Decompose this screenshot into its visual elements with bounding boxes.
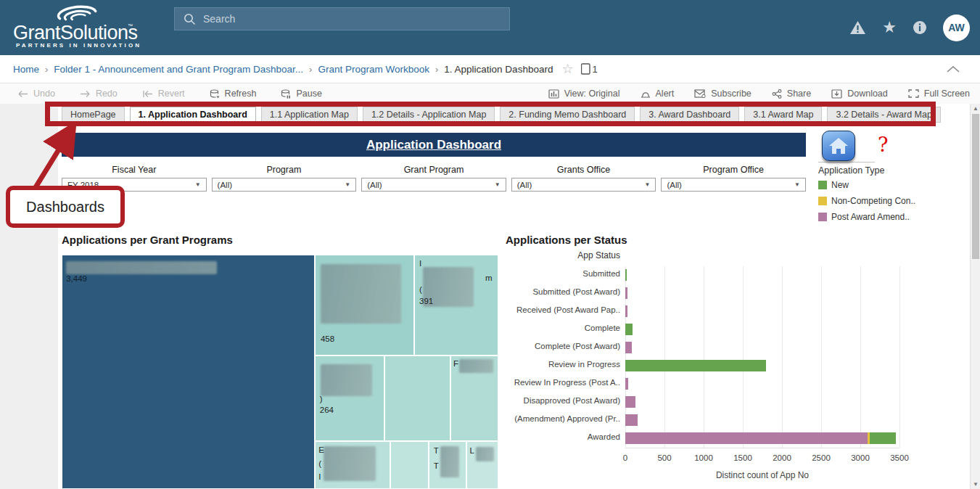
treemap-block-5[interactable]: F — [450, 356, 498, 441]
tab-application-map[interactable]: 1.1 Application Map — [261, 107, 358, 123]
full-screen-button[interactable]: Full Screen — [908, 89, 970, 99]
tab-funding-memo-dashboard[interactable]: 2. Funding Memo Dashboard — [500, 107, 635, 123]
pause-button[interactable]: Pause — [281, 89, 321, 99]
view-original-button[interactable]: View: Original — [548, 89, 620, 99]
bar-row-label: Review In Progress (Post A.. — [506, 378, 620, 387]
redacted-label-smudge — [321, 364, 372, 396]
logo-swirl-icon — [55, 4, 102, 23]
scroll-up-arrow[interactable]: ▲ — [971, 105, 980, 112]
vertical-scrollbar[interactable]: ▲ ▼ — [970, 104, 980, 489]
treemap-block-7[interactable] — [390, 441, 428, 489]
dropdown-caret-icon: ▼ — [794, 181, 800, 188]
page: GrantSolutions ™ PARTNERS IN INNOVATION … — [0, 0, 980, 489]
program-dropdown[interactable]: (All) ▼ — [212, 178, 357, 192]
treemap-block-4[interactable] — [384, 356, 450, 441]
treemap-block-text: T — [434, 446, 439, 455]
gridline — [860, 266, 861, 448]
collapse-toolbar-chevron-icon[interactable] — [947, 64, 960, 75]
notifications-warning-icon[interactable] — [849, 20, 866, 35]
filter-grant-program: Grant Program (All) ▼ — [361, 165, 506, 192]
favorite-toggle-icon[interactable]: ☆ — [561, 61, 573, 77]
scroll-down-arrow[interactable]: ▼ — [971, 481, 980, 488]
redacted-label-smudge — [459, 359, 493, 373]
legend-item-new[interactable]: New — [818, 180, 913, 190]
favorites-star-icon[interactable]: ★ — [882, 20, 897, 36]
redacted-label-smudge — [321, 264, 401, 324]
scrollbar-thumb[interactable] — [972, 114, 979, 259]
subscribe-button[interactable]: Subscribe — [694, 89, 752, 99]
alert-button[interactable]: Alert — [641, 89, 675, 99]
bar-segment[interactable] — [625, 378, 628, 390]
treemap-block-text: ( — [318, 459, 321, 468]
data-badge[interactable]: 1 — [581, 63, 598, 75]
bar-segment[interactable] — [625, 287, 627, 299]
logo-text: GrantSolutions — [13, 22, 138, 44]
treemap-block-9[interactable]: L — [466, 441, 498, 489]
bar-row-label: Complete — [506, 324, 620, 332]
toolbar-left-group: Undo Redo Revert Refresh Pause — [17, 89, 322, 99]
revert-button[interactable]: Revert — [142, 89, 185, 99]
bar-row-label: Review in Progress — [506, 360, 620, 369]
bar-segment[interactable] — [625, 432, 868, 444]
filter-label: Program Office — [661, 165, 806, 175]
breadcrumb-home[interactable]: Home — [13, 64, 39, 75]
bar-segment[interactable] — [625, 360, 766, 371]
legend-item-post-award[interactable]: Post Award Amend.. — [818, 212, 913, 222]
treemap-block-6[interactable]: E(I — [315, 441, 390, 489]
bar-row-label: Complete (Post Award) — [506, 342, 620, 350]
breadcrumb-workbook[interactable]: Grant Program Workbook — [318, 64, 429, 75]
bar-segment[interactable] — [625, 414, 638, 426]
breadcrumb-separator: › — [45, 64, 48, 75]
treemap-block-2[interactable]: Im(391 — [414, 255, 498, 356]
tab-homepage[interactable]: HomePage — [62, 107, 125, 123]
program-office-dropdown[interactable]: (All) ▼ — [661, 178, 806, 192]
filter-program: Program (All) ▼ — [212, 165, 357, 192]
home-button[interactable] — [822, 131, 855, 161]
info-icon[interactable] — [913, 20, 927, 35]
bar-segment[interactable] — [625, 396, 635, 408]
tab-award-map[interactable]: 3.1 Award Map — [744, 107, 822, 123]
application-type-legend: Application Type New Non-Competing Con..… — [818, 165, 913, 228]
gridline — [743, 266, 744, 448]
legend-color-chip — [818, 197, 827, 205]
download-button[interactable]: Download — [831, 89, 888, 99]
bar-segment[interactable] — [625, 269, 627, 281]
refresh-button[interactable]: Refresh — [210, 89, 257, 99]
view-icon — [548, 89, 559, 99]
dashboard-title: Application Dashboard — [366, 138, 501, 152]
help-question-mark[interactable]: ? — [878, 133, 888, 156]
redo-button[interactable]: Redo — [80, 89, 118, 99]
search-box[interactable] — [174, 7, 510, 30]
bar-segment[interactable] — [625, 305, 627, 317]
treemap-block-0[interactable]: 3,449 — [62, 255, 315, 489]
user-avatar[interactable]: AW — [943, 15, 970, 41]
grant-program-dropdown[interactable]: (All) ▼ — [361, 178, 506, 192]
treemap-block-1[interactable]: 458 — [315, 255, 414, 356]
toolbar-right-group: View: Original Alert Subscribe Share Dow… — [548, 89, 970, 99]
bar-segment[interactable] — [870, 432, 896, 444]
x-axis-tick: 1000 — [688, 453, 720, 462]
undo-button[interactable]: Undo — [17, 89, 55, 99]
status-bar-chart: App Status Distinct count of App No Subm… — [506, 250, 941, 489]
tab-details-award-map[interactable]: 3.2 Details - Award Map — [827, 107, 940, 123]
dropdown-caret-icon: ▼ — [495, 181, 501, 188]
filter-grants-office: Grants Office (All) ▼ — [511, 165, 656, 192]
legend-divider — [818, 162, 875, 163]
treemap-block-8[interactable]: TT — [429, 441, 466, 489]
tab-details-application-map[interactable]: 1.2 Details - Application Map — [363, 107, 495, 123]
legend-item-non-competing[interactable]: Non-Competing Con.. — [818, 196, 913, 206]
redacted-label-smudge — [66, 261, 217, 274]
treemap-block-3[interactable]: )264 — [315, 356, 384, 441]
share-button[interactable]: Share — [772, 89, 811, 99]
tab-application-dashboard[interactable]: 1. Application Dashboard — [130, 107, 256, 123]
filter-program-office: Program Office (All) ▼ — [661, 165, 806, 192]
grants-office-dropdown[interactable]: (All) ▼ — [511, 178, 656, 192]
search-input[interactable] — [203, 13, 479, 25]
bar-segment[interactable] — [625, 342, 632, 353]
grantsolutions-logo[interactable]: GrantSolutions ™ PARTNERS IN INNOVATION — [13, 3, 158, 52]
bar-chart-x-axis-label: Distinct count of App No — [625, 470, 899, 480]
breadcrumb-folder[interactable]: Folder 1 - Announcement and Grant Progra… — [54, 64, 303, 75]
bar-segment[interactable] — [625, 324, 633, 335]
pause-icon — [281, 89, 291, 99]
tab-award-dashboard[interactable]: 3. Award Dashboard — [640, 107, 739, 123]
